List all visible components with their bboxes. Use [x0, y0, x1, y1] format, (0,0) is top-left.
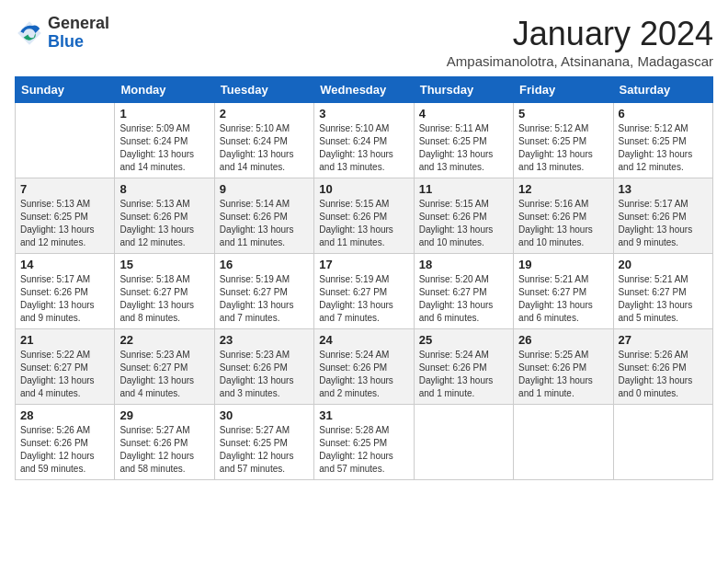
day-number: 26: [518, 333, 608, 347]
day-info: Sunrise: 5:21 AMSunset: 6:27 PMDaylight:…: [518, 273, 608, 325]
calendar-cell: 12Sunrise: 5:16 AMSunset: 6:26 PMDayligh…: [514, 178, 613, 254]
calendar-table: SundayMondayTuesdayWednesdayThursdayFrid…: [15, 76, 713, 480]
calendar-cell: 21Sunrise: 5:22 AMSunset: 6:27 PMDayligh…: [16, 329, 115, 405]
day-number: 17: [319, 258, 408, 271]
logo-icon: [15, 18, 44, 48]
day-info: Sunrise: 5:09 AMSunset: 6:24 PMDaylight:…: [119, 122, 209, 174]
calendar-week-row: 21Sunrise: 5:22 AMSunset: 6:27 PMDayligh…: [16, 329, 713, 405]
day-number: 27: [619, 333, 708, 347]
weekday-header-friday: Friday: [514, 77, 613, 103]
calendar-cell: 18Sunrise: 5:20 AMSunset: 6:27 PMDayligh…: [414, 254, 513, 329]
calendar-cell: 5Sunrise: 5:12 AMSunset: 6:25 PMDaylight…: [514, 103, 613, 178]
calendar-cell: 15Sunrise: 5:18 AMSunset: 6:27 PMDayligh…: [115, 254, 214, 329]
day-number: 14: [20, 258, 109, 271]
calendar-cell: 10Sunrise: 5:15 AMSunset: 6:26 PMDayligh…: [314, 178, 414, 254]
day-number: 23: [220, 333, 309, 347]
day-number: 1: [119, 107, 209, 121]
month-title: January 2024: [447, 15, 713, 53]
day-info: Sunrise: 5:14 AMSunset: 6:26 PMDaylight:…: [220, 198, 309, 249]
day-info: Sunrise: 5:12 AMSunset: 6:25 PMDaylight:…: [518, 122, 608, 174]
calendar-cell: 20Sunrise: 5:21 AMSunset: 6:27 PMDayligh…: [613, 254, 712, 329]
day-info: Sunrise: 5:17 AMSunset: 6:26 PMDaylight:…: [619, 198, 708, 249]
calendar-cell: 17Sunrise: 5:19 AMSunset: 6:27 PMDayligh…: [314, 254, 414, 329]
weekday-header-thursday: Thursday: [414, 77, 513, 103]
day-info: Sunrise: 5:10 AMSunset: 6:24 PMDaylight:…: [220, 122, 309, 174]
day-number: 15: [119, 258, 209, 271]
calendar-cell: 1Sunrise: 5:09 AMSunset: 6:24 PMDaylight…: [115, 103, 214, 178]
day-number: 2: [220, 107, 309, 121]
title-area: January 2024 Ampasimanolotra, Atsinanana…: [447, 15, 713, 69]
day-info: Sunrise: 5:12 AMSunset: 6:25 PMDaylight:…: [619, 122, 708, 174]
calendar-cell: 9Sunrise: 5:14 AMSunset: 6:26 PMDaylight…: [214, 178, 313, 254]
day-info: Sunrise: 5:13 AMSunset: 6:25 PMDaylight:…: [20, 198, 109, 249]
day-info: Sunrise: 5:24 AMSunset: 6:26 PMDaylight:…: [319, 349, 408, 400]
day-number: 11: [419, 182, 508, 196]
calendar-cell: 31Sunrise: 5:28 AMSunset: 6:25 PMDayligh…: [314, 405, 414, 480]
calendar-cell: 2Sunrise: 5:10 AMSunset: 6:24 PMDaylight…: [214, 103, 313, 178]
day-info: Sunrise: 5:28 AMSunset: 6:25 PMDaylight:…: [319, 424, 408, 476]
day-info: Sunrise: 5:23 AMSunset: 6:27 PMDaylight:…: [119, 349, 209, 400]
day-number: 6: [619, 107, 708, 121]
calendar-cell: [16, 103, 115, 178]
day-info: Sunrise: 5:24 AMSunset: 6:26 PMDaylight:…: [419, 349, 508, 400]
day-info: Sunrise: 5:10 AMSunset: 6:24 PMDaylight:…: [319, 122, 408, 174]
calendar-cell: [613, 405, 712, 480]
calendar-week-row: 7Sunrise: 5:13 AMSunset: 6:25 PMDaylight…: [16, 178, 713, 254]
calendar-cell: 23Sunrise: 5:23 AMSunset: 6:26 PMDayligh…: [214, 329, 313, 405]
day-info: Sunrise: 5:25 AMSunset: 6:26 PMDaylight:…: [518, 349, 608, 400]
day-info: Sunrise: 5:27 AMSunset: 6:26 PMDaylight:…: [119, 424, 209, 476]
calendar-cell: 7Sunrise: 5:13 AMSunset: 6:25 PMDaylight…: [16, 178, 115, 254]
calendar-cell: 16Sunrise: 5:19 AMSunset: 6:27 PMDayligh…: [214, 254, 313, 329]
day-info: Sunrise: 5:15 AMSunset: 6:26 PMDaylight:…: [419, 198, 508, 249]
calendar-cell: 13Sunrise: 5:17 AMSunset: 6:26 PMDayligh…: [613, 178, 712, 254]
calendar-cell: 11Sunrise: 5:15 AMSunset: 6:26 PMDayligh…: [414, 178, 513, 254]
location-title: Ampasimanolotra, Atsinanana, Madagascar: [447, 53, 713, 69]
day-info: Sunrise: 5:13 AMSunset: 6:26 PMDaylight:…: [119, 198, 209, 249]
day-info: Sunrise: 5:19 AMSunset: 6:27 PMDaylight:…: [220, 273, 309, 325]
day-info: Sunrise: 5:16 AMSunset: 6:26 PMDaylight:…: [518, 198, 608, 249]
day-number: 10: [319, 182, 408, 196]
logo-text: General Blue: [48, 15, 109, 52]
day-number: 25: [419, 333, 508, 347]
day-info: Sunrise: 5:23 AMSunset: 6:26 PMDaylight:…: [220, 349, 309, 400]
day-info: Sunrise: 5:19 AMSunset: 6:27 PMDaylight:…: [319, 273, 408, 325]
day-number: 20: [619, 258, 708, 271]
day-number: 5: [518, 107, 608, 121]
calendar-cell: 14Sunrise: 5:17 AMSunset: 6:26 PMDayligh…: [16, 254, 115, 329]
svg-marker-0: [17, 21, 41, 45]
calendar-cell: 25Sunrise: 5:24 AMSunset: 6:26 PMDayligh…: [414, 329, 513, 405]
calendar-cell: 26Sunrise: 5:25 AMSunset: 6:26 PMDayligh…: [514, 329, 613, 405]
day-info: Sunrise: 5:22 AMSunset: 6:27 PMDaylight:…: [20, 349, 109, 400]
day-number: 12: [518, 182, 608, 196]
day-number: 22: [119, 333, 209, 347]
calendar-week-row: 28Sunrise: 5:26 AMSunset: 6:26 PMDayligh…: [16, 405, 713, 480]
day-number: 24: [319, 333, 408, 347]
day-number: 19: [518, 258, 608, 271]
day-number: 21: [20, 333, 109, 347]
calendar-cell: 8Sunrise: 5:13 AMSunset: 6:26 PMDaylight…: [115, 178, 214, 254]
day-info: Sunrise: 5:17 AMSunset: 6:26 PMDaylight:…: [20, 273, 109, 325]
calendar-cell: 30Sunrise: 5:27 AMSunset: 6:25 PMDayligh…: [214, 405, 313, 480]
weekday-header-tuesday: Tuesday: [214, 77, 313, 103]
day-number: 8: [119, 182, 209, 196]
weekday-header-wednesday: Wednesday: [314, 77, 414, 103]
day-info: Sunrise: 5:21 AMSunset: 6:27 PMDaylight:…: [619, 273, 708, 325]
day-number: 9: [220, 182, 309, 196]
weekday-header-row: SundayMondayTuesdayWednesdayThursdayFrid…: [16, 77, 713, 103]
weekday-header-monday: Monday: [115, 77, 214, 103]
calendar-cell: 19Sunrise: 5:21 AMSunset: 6:27 PMDayligh…: [514, 254, 613, 329]
day-number: 28: [20, 408, 109, 422]
calendar-cell: 29Sunrise: 5:27 AMSunset: 6:26 PMDayligh…: [115, 405, 214, 480]
day-info: Sunrise: 5:15 AMSunset: 6:26 PMDaylight:…: [319, 198, 408, 249]
calendar-cell: 28Sunrise: 5:26 AMSunset: 6:26 PMDayligh…: [16, 405, 115, 480]
day-info: Sunrise: 5:26 AMSunset: 6:26 PMDaylight:…: [619, 349, 708, 400]
calendar-cell: 6Sunrise: 5:12 AMSunset: 6:25 PMDaylight…: [613, 103, 712, 178]
day-info: Sunrise: 5:18 AMSunset: 6:27 PMDaylight:…: [119, 273, 209, 325]
calendar-cell: 27Sunrise: 5:26 AMSunset: 6:26 PMDayligh…: [613, 329, 712, 405]
day-number: 30: [220, 408, 309, 422]
day-number: 4: [419, 107, 508, 121]
day-number: 13: [619, 182, 708, 196]
day-number: 29: [119, 408, 209, 422]
logo: General Blue: [15, 15, 109, 52]
calendar-cell: 3Sunrise: 5:10 AMSunset: 6:24 PMDaylight…: [314, 103, 414, 178]
